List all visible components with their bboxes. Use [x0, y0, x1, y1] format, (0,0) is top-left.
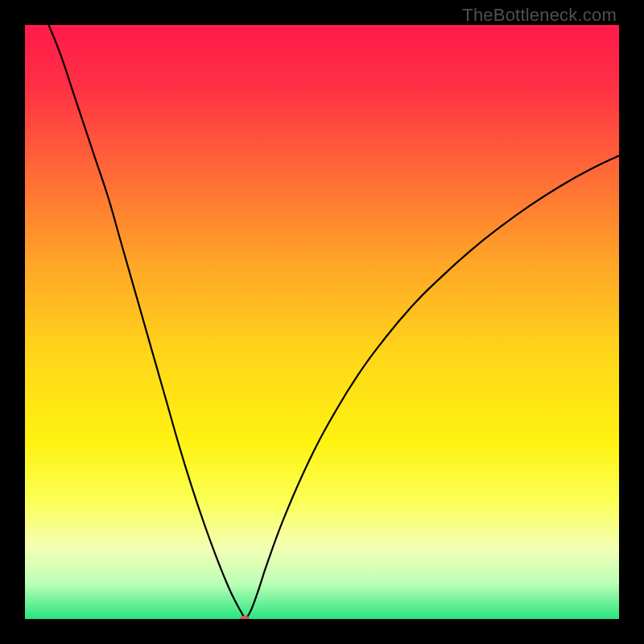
curve-layer: [25, 25, 619, 619]
curve-left: [49, 25, 246, 619]
chart-frame: TheBottleneck.com: [0, 0, 644, 644]
watermark-text: TheBottleneck.com: [462, 5, 617, 26]
plot-area: [25, 25, 619, 619]
curve-right: [245, 155, 619, 619]
